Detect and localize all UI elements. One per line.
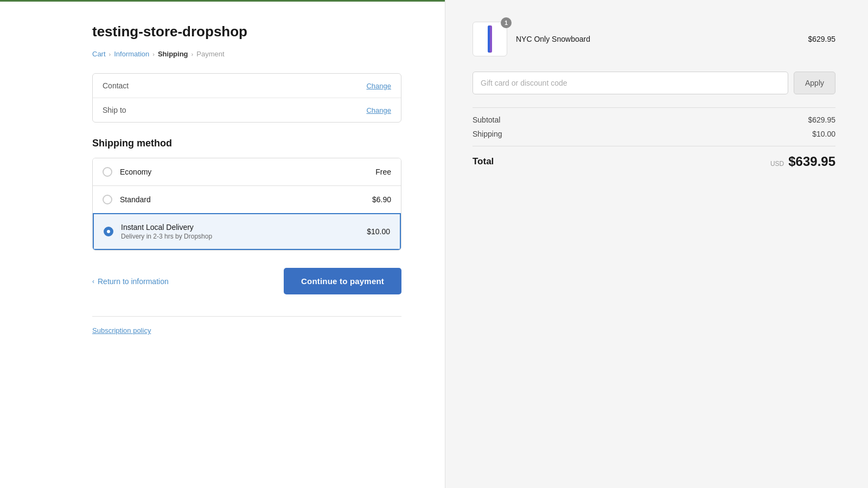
total-row: Total USD $639.95 xyxy=(473,154,835,169)
left-panel: testing-store-dropshop Cart › Informatio… xyxy=(0,0,445,488)
breadcrumb-cart[interactable]: Cart xyxy=(92,50,106,58)
total-price-area: USD $639.95 xyxy=(770,154,835,169)
shipping-row: Shipping $10.00 xyxy=(473,130,835,138)
product-snowboard-icon xyxy=(480,24,500,54)
ship-to-row: Ship to Change xyxy=(93,98,401,122)
breadcrumb-sep-1: › xyxy=(109,51,111,57)
radio-standard xyxy=(103,195,112,204)
product-name: NYC Only Snowboard xyxy=(516,35,799,43)
shipping-section-title: Shipping method xyxy=(92,138,401,149)
footer-actions: ‹ Return to information Continue to paym… xyxy=(92,268,401,294)
continue-to-payment-button[interactable]: Continue to payment xyxy=(284,268,401,294)
return-to-information-link[interactable]: ‹ Return to information xyxy=(92,277,169,286)
subscription-policy-link[interactable]: Subscription policy xyxy=(92,326,151,335)
shipping-label: Shipping xyxy=(473,130,502,138)
standard-info: Standard xyxy=(120,195,372,204)
shipping-options-list: Economy Free Standard $6.90 Instant Loca… xyxy=(92,158,401,251)
contact-info-box: Contact Change Ship to Change xyxy=(92,73,401,123)
store-title: testing-store-dropshop xyxy=(92,23,401,40)
shipping-option-economy[interactable]: Economy Free xyxy=(93,158,401,185)
product-quantity-badge: 1 xyxy=(501,17,512,28)
discount-code-input[interactable] xyxy=(473,72,788,94)
product-row: 1 NYC Only Snowboard $629.95 xyxy=(473,22,835,56)
shipping-value: $10.00 xyxy=(812,130,835,138)
subtotal-value: $629.95 xyxy=(808,115,835,124)
product-image xyxy=(473,22,507,56)
svg-rect-1 xyxy=(488,25,490,53)
economy-name: Economy xyxy=(120,168,375,176)
discount-row: Apply xyxy=(473,72,835,94)
product-price: $629.95 xyxy=(808,35,835,43)
breadcrumb: Cart › Information › Shipping › Payment xyxy=(92,50,401,58)
subtotal-label: Subtotal xyxy=(473,115,500,124)
radio-instant xyxy=(104,227,113,236)
breadcrumb-sep-3: › xyxy=(192,51,194,57)
svg-rect-2 xyxy=(490,25,492,53)
apply-discount-button[interactable]: Apply xyxy=(794,72,835,94)
subtotal-row: Subtotal $629.95 xyxy=(473,115,835,124)
right-panel: 1 NYC Only Snowboard $629.95 Apply Subto… xyxy=(445,0,868,488)
standard-price: $6.90 xyxy=(372,195,391,204)
breadcrumb-sep-2: › xyxy=(152,51,155,57)
breadcrumb-payment: Payment xyxy=(196,50,224,58)
economy-price: Free xyxy=(375,168,391,176)
back-chevron-icon: ‹ xyxy=(92,278,94,285)
instant-price: $10.00 xyxy=(367,227,390,236)
total-currency: USD xyxy=(770,160,784,168)
return-label: Return to information xyxy=(98,277,169,286)
breadcrumb-shipping: Shipping xyxy=(158,50,188,58)
breadcrumb-information[interactable]: Information xyxy=(114,50,149,58)
shipping-option-instant[interactable]: Instant Local Delivery Delivery in 2-3 h… xyxy=(93,213,401,250)
total-label: Total xyxy=(473,156,494,167)
ship-to-change-link[interactable]: Change xyxy=(366,106,391,114)
contact-row: Contact Change xyxy=(93,74,401,98)
radio-economy xyxy=(103,167,112,177)
summary-bottom-divider xyxy=(473,146,835,146)
shipping-option-standard[interactable]: Standard $6.90 xyxy=(93,185,401,213)
product-image-wrapper: 1 xyxy=(473,22,507,56)
economy-info: Economy xyxy=(120,168,375,176)
instant-info: Instant Local Delivery Delivery in 2-3 h… xyxy=(121,223,367,240)
contact-change-link[interactable]: Change xyxy=(366,82,391,90)
standard-name: Standard xyxy=(120,195,372,204)
total-amount: $639.95 xyxy=(788,154,835,169)
instant-name: Instant Local Delivery xyxy=(121,223,367,232)
contact-label: Contact xyxy=(103,81,146,90)
instant-sub: Delivery in 2-3 hrs by Dropshop xyxy=(121,233,367,240)
footer-divider xyxy=(92,316,401,317)
ship-to-label: Ship to xyxy=(103,106,146,114)
summary-top-divider xyxy=(473,107,835,108)
